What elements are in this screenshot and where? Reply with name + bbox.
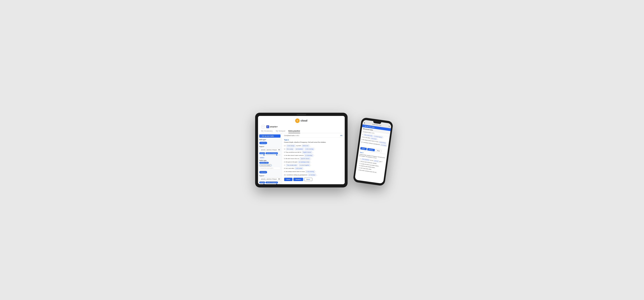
tablet-content: ≡ Set up your tasks Skill type* Grammar …: [258, 133, 345, 184]
chip-group-2: adverbs adverbs of frequency: [259, 182, 280, 183]
tab-my-notepad[interactable]: My Notepad: [276, 130, 285, 133]
tablet-tabs: My Vocabulary My Notepad Extra practice: [261, 130, 342, 133]
tab-extra-practice[interactable]: Extra practice: [288, 130, 300, 133]
p-chip-s8-1[interactable]: in the winter: [370, 137, 377, 140]
chip-s8-1[interactable]: in the winter: [295, 167, 303, 170]
sentence-9: 9. She always doesn't listen to music in…: [284, 170, 342, 173]
logo-text: cloud: [300, 119, 308, 122]
chip-group-1: adverbs adverbs of frequency: [259, 152, 280, 154]
chip-s7-2[interactable]: to school together: [299, 164, 310, 166]
phone-check-button[interactable]: Check: [360, 147, 367, 150]
sentence-2: 2. She usually eat breakfast in the morn…: [284, 148, 342, 150]
chip-s3-1[interactable]: English classes: [302, 151, 312, 154]
phone-wrapper: ⊞ ybook.yappi.cloud ↻ ≡ Set up your task…: [353, 117, 393, 186]
tab-my-vocabulary[interactable]: My Vocabulary: [261, 130, 273, 133]
chip-adverbs-freq-2[interactable]: adverbs of frequency: [266, 182, 278, 183]
sidebar: ≡ Set up your tasks Skill type* Grammar …: [258, 133, 282, 184]
tasks-type-label: Tasks type: [259, 160, 280, 161]
chip-s7-1[interactable]: They usually walks: [286, 164, 298, 166]
p-chip-s9-1[interactable]: in the evening: [378, 141, 386, 144]
chip-s2-3[interactable]: in the morning: [305, 148, 314, 150]
skill-chip[interactable]: Grammar: [259, 142, 267, 144]
sentence-8: 8. He is sick often in the winter .: [284, 167, 342, 170]
chip-s9-1[interactable]: in the evening: [306, 170, 315, 173]
tablet-nav: ‹ S smarte+: [261, 125, 342, 129]
chip-s10-1[interactable]: on Sundays: [308, 174, 316, 176]
chip-s1-2[interactable]: before bed: [302, 144, 309, 147]
completed-bar: Completed tasks: 0 of 2 0%: [284, 135, 342, 137]
scene: G cloud ‹ S smarte+ My Vocabulary: [210, 113, 434, 188]
chip-grammar-chart[interactable]: Grammar chart: [259, 162, 269, 164]
completion-pct: 0%: [340, 135, 342, 136]
sidebar-header-text: Set up your tasks: [262, 135, 274, 137]
tablet-device: G cloud ‹ S smarte+ My Vocabulary: [255, 113, 348, 188]
phone-task-header-text: Set up your tasks: [363, 128, 373, 131]
tablet-screen: G cloud ‹ S smarte+ My Vocabulary: [258, 116, 345, 184]
check-button[interactable]: Check: [284, 178, 292, 181]
main-panel: Completed tasks: 0 of 2 0% Task 1 Presen…: [282, 133, 345, 184]
chip-adverbs-2[interactable]: adverbs: [259, 182, 265, 183]
sidebar-header: ≡ Set up your tasks: [259, 134, 280, 138]
refresh-icon[interactable]: ↻: [388, 125, 390, 127]
phone-task2-section: Task 2 Present Simple. Adverbs of Freque…: [356, 150, 387, 177]
phone-task2-sentences: 1. How sometimes do you go to the gym ? …: [357, 157, 385, 176]
chip-articles[interactable]: articles: [259, 157, 265, 159]
chip-s4-1[interactable]: on Saturdays: [304, 154, 313, 157]
sentence-5: 5. We don't never miss our Spanish class…: [284, 158, 342, 160]
slider-row-2: [259, 184, 280, 184]
topics-label: Topics*: [259, 146, 280, 147]
sentence-6: 6. She goes to the park on weekdays rare…: [284, 161, 342, 163]
tablet-wrapper: G cloud ‹ S smarte+ My Vocabulary: [255, 113, 348, 188]
phone-screen: ⊞ ybook.yappi.cloud ↻ ≡ Set up your task…: [354, 120, 392, 184]
logo-icon: G: [295, 118, 300, 123]
topics-select-2[interactable]: adverbs , adverbs of frequency , ...: [259, 178, 280, 181]
skill-chip-2[interactable]: Grammar: [259, 171, 267, 173]
sentence-7: 7. They usually walks to school together…: [284, 164, 342, 166]
svg-text:G: G: [297, 120, 298, 122]
chip-s2-1[interactable]: She usually: [286, 148, 294, 150]
chip-s1-1[interactable]: brush always: [286, 144, 296, 147]
chip-adverbs[interactable]: adverbs: [259, 152, 265, 154]
sentence-1: 1. I brush always my teeth before bed .: [284, 144, 342, 147]
chip-adverbs-frequency[interactable]: adverbs of frequency: [266, 152, 278, 154]
phone-device: ⊞ ybook.yappi.cloud ↻ ≡ Set up your task…: [353, 117, 393, 186]
p-t2-chip-1b[interactable]: go to the: [374, 160, 379, 163]
tablet-topbar: G cloud ‹ S smarte+ My Vocabulary: [258, 116, 345, 133]
p-t2-chip-1a[interactable]: How sometimes: [361, 158, 370, 161]
task1-desc: Present Simple. Adverbs of Frequency: Fi…: [284, 141, 342, 143]
action-buttons: Check Answers Reset: [284, 178, 342, 181]
tablet-logo: G cloud: [295, 118, 308, 123]
chip-s5-1[interactable]: Spanish classes: [300, 158, 310, 160]
chip-s6-1[interactable]: on weekdays rarely: [298, 161, 310, 163]
brand-icon: S: [266, 125, 269, 128]
sentence-4: 4. He often doesn't watch cartoons on Sa…: [284, 154, 342, 157]
brand-name: smarte+: [270, 125, 278, 128]
phone-answers-button[interactable]: Answers: [367, 148, 375, 151]
answers-button[interactable]: Answers: [294, 178, 303, 181]
task-type-chips: Grammar chart Correct the mistakes: [259, 162, 280, 166]
brand-tag: S smarte+: [266, 125, 278, 128]
choose-option[interactable]: Choose the correct option...: [259, 167, 280, 169]
back-button[interactable]: ‹: [261, 125, 265, 129]
reset-button[interactable]: Reset: [304, 178, 312, 181]
chip-correct-mistakes[interactable]: Correct the mistakes: [259, 164, 272, 166]
topics-label-2: Topics*: [259, 175, 280, 177]
slider-row-1: [259, 155, 280, 155]
topics-select[interactable]: adverbs , adverbs of frequency , ...: [259, 148, 280, 151]
completed-text: Completed tasks: 0 of 2: [284, 135, 299, 136]
p-chip-s10-1[interactable]: on Sundays: [380, 144, 387, 146]
sentence-3: 3. They sometimes are late for English c…: [284, 151, 342, 154]
phone-reset-button[interactable]: Reset: [375, 149, 382, 152]
task1-title: Task 1: [284, 139, 342, 141]
sentence-10: 10. I sometimes visiting my grandparents…: [284, 174, 342, 176]
skill-type-label: Skill type*: [259, 139, 280, 140]
chip-s2-2[interactable]: eat breakfast: [295, 148, 304, 150]
